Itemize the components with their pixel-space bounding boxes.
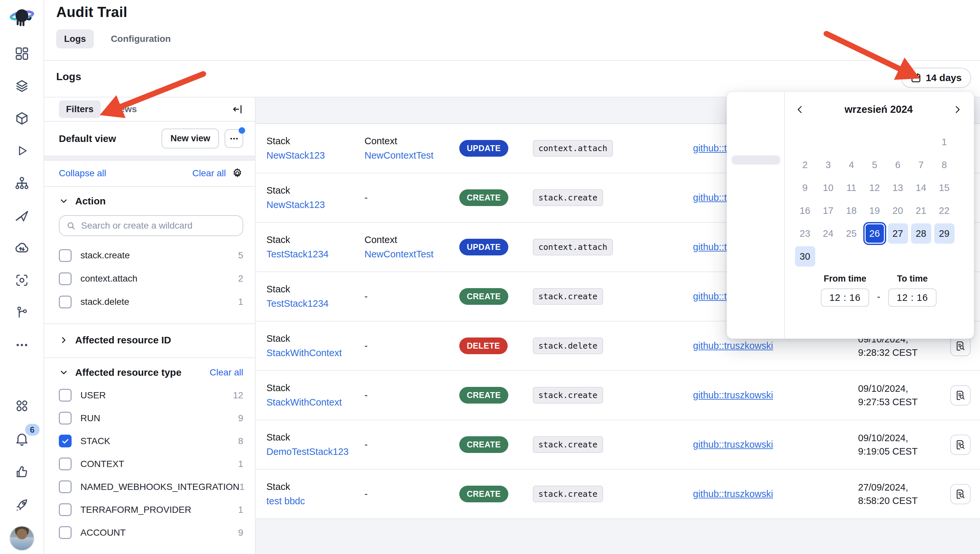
chevron-right-icon[interactable] bbox=[951, 103, 964, 116]
clear-all-link[interactable]: Clear all bbox=[210, 367, 243, 378]
calendar-day[interactable]: 29 bbox=[934, 223, 955, 244]
sidebar-item-spaces[interactable] bbox=[0, 167, 44, 199]
new-view-button[interactable]: New view bbox=[161, 129, 219, 148]
checkbox[interactable] bbox=[59, 272, 72, 285]
resource-link[interactable]: StackWithContext bbox=[266, 348, 364, 358]
gear-icon[interactable] bbox=[231, 167, 243, 179]
sidebar-item-worker-pools[interactable] bbox=[0, 199, 44, 232]
filter-option-row[interactable]: CONTEXT 1 bbox=[59, 453, 243, 476]
calendar-day[interactable]: 21 bbox=[911, 201, 931, 221]
resource-link[interactable]: NewContextTest bbox=[364, 249, 459, 259]
filter-option-row[interactable]: stack.create 5 bbox=[59, 244, 243, 267]
view-log-button[interactable] bbox=[950, 484, 970, 504]
sidebar-item-more[interactable] bbox=[0, 329, 44, 361]
calendar-day[interactable]: 11 bbox=[842, 178, 862, 198]
filter-option-row[interactable]: USER 12 bbox=[59, 384, 243, 407]
clear-all-link[interactable]: Clear all bbox=[192, 168, 226, 178]
tab-configuration[interactable]: Configuration bbox=[103, 29, 179, 48]
calendar-day[interactable]: 9 bbox=[795, 178, 815, 198]
spacelift-logo[interactable] bbox=[9, 5, 35, 30]
calendar-day[interactable]: 17 bbox=[818, 201, 838, 221]
calendar-day[interactable]: 6 bbox=[888, 155, 908, 175]
calendar-day[interactable]: 28 bbox=[911, 223, 931, 244]
calendar-day[interactable]: 12 bbox=[865, 178, 885, 198]
sidebar-item-runs[interactable] bbox=[0, 134, 44, 167]
created-by-link[interactable]: github::truszkowski bbox=[693, 341, 773, 351]
collapse-panel-icon[interactable] bbox=[231, 103, 243, 115]
sidebar-item-apps[interactable] bbox=[0, 389, 44, 422]
filter-option-row[interactable]: TERRAFORM_PROVIDER 1 bbox=[59, 498, 243, 521]
calendar-day[interactable]: 25 bbox=[842, 223, 862, 244]
calendar-day[interactable]: 26 bbox=[865, 223, 885, 244]
filter-option-row[interactable]: stack.delete 1 bbox=[59, 290, 243, 314]
filter-option-row[interactable]: context.attach 2 bbox=[59, 267, 243, 290]
date-range-button[interactable]: 14 days bbox=[901, 68, 971, 88]
calendar-day[interactable]: 30 bbox=[795, 246, 815, 266]
filter-option-row[interactable]: ACCOUNT 9 bbox=[59, 521, 243, 544]
action-search-input[interactable] bbox=[81, 220, 236, 231]
view-menu-button[interactable] bbox=[224, 129, 243, 148]
to-time-input[interactable] bbox=[888, 288, 937, 307]
resource-link[interactable]: TestStack1234 bbox=[266, 249, 364, 259]
range-preset[interactable] bbox=[732, 115, 780, 124]
sidebar-item-blueprints[interactable] bbox=[0, 102, 44, 134]
tab-views[interactable]: Views bbox=[104, 100, 144, 118]
calendar-day[interactable]: 2 bbox=[795, 155, 815, 175]
range-preset[interactable] bbox=[732, 129, 780, 138]
filter-option-row[interactable]: STACK 8 bbox=[59, 430, 243, 453]
calendar-day[interactable]: 27 bbox=[888, 223, 908, 244]
checkbox[interactable] bbox=[59, 249, 72, 262]
chevron-left-icon[interactable] bbox=[793, 103, 807, 116]
filter-option-row[interactable]: NAMED_WEBHOOKS_INTEGRATION 1 bbox=[59, 476, 243, 498]
created-by-link[interactable]: github::truszkowski bbox=[693, 439, 773, 450]
collapse-all-link[interactable]: Collapse all bbox=[59, 168, 106, 178]
calendar-day[interactable]: 10 bbox=[818, 178, 838, 198]
tab-logs[interactable]: Logs bbox=[56, 29, 94, 48]
checkbox[interactable] bbox=[59, 457, 72, 470]
range-preset[interactable] bbox=[732, 142, 780, 151]
resource-link[interactable]: NewContextTest bbox=[364, 150, 459, 161]
calendar-day[interactable]: 1 bbox=[934, 132, 955, 152]
checkbox[interactable] bbox=[59, 296, 72, 309]
created-by-link[interactable]: github::truszkowski bbox=[693, 390, 773, 400]
calendar-day[interactable]: 20 bbox=[888, 201, 908, 221]
range-preset[interactable] bbox=[732, 169, 780, 178]
checkbox[interactable] bbox=[59, 412, 72, 425]
resource-link[interactable]: DemoTestStack123 bbox=[266, 446, 364, 457]
tab-filters[interactable]: Filters bbox=[59, 100, 101, 118]
sidebar-item-stacks[interactable] bbox=[0, 70, 44, 102]
calendar-day[interactable]: 16 bbox=[795, 201, 815, 221]
calendar-day[interactable]: 24 bbox=[818, 223, 838, 244]
calendar-day[interactable]: 18 bbox=[842, 201, 862, 221]
calendar-day[interactable]: 14 bbox=[911, 178, 931, 198]
resource-id-section-header[interactable]: Affected resource ID bbox=[59, 334, 243, 345]
action-section-header[interactable]: Action bbox=[59, 196, 243, 207]
resource-type-section-header[interactable]: Affected resource type Clear all bbox=[59, 367, 243, 378]
calendar-day[interactable]: 22 bbox=[934, 201, 955, 221]
calendar-day[interactable]: 19 bbox=[865, 201, 885, 221]
calendar-day[interactable]: 8 bbox=[934, 155, 955, 175]
created-by-link[interactable]: github::truszkowski bbox=[693, 489, 773, 499]
view-log-button[interactable] bbox=[950, 435, 970, 455]
view-log-button[interactable] bbox=[950, 385, 970, 406]
calendar-day[interactable]: 3 bbox=[818, 155, 838, 175]
calendar-day[interactable]: 7 bbox=[911, 155, 931, 175]
sidebar-item-source-code[interactable] bbox=[0, 296, 44, 329]
user-avatar[interactable] bbox=[10, 526, 34, 551]
range-preset[interactable] bbox=[732, 102, 780, 111]
calendar-day[interactable]: 4 bbox=[842, 155, 862, 175]
sidebar-item-resources[interactable] bbox=[0, 264, 44, 296]
checkbox[interactable] bbox=[59, 481, 72, 493]
sidebar-item-feedback[interactable] bbox=[0, 455, 44, 488]
checkbox[interactable] bbox=[59, 526, 72, 539]
sidebar-item-dashboard[interactable] bbox=[0, 37, 44, 70]
sidebar-item-cloud-integrations[interactable] bbox=[0, 232, 44, 264]
sidebar-item-launchpad[interactable] bbox=[0, 488, 44, 521]
calendar-day[interactable]: 5 bbox=[865, 155, 885, 175]
resource-link[interactable]: NewStack123 bbox=[266, 199, 364, 210]
resource-link[interactable]: StackWithContext bbox=[266, 397, 364, 408]
calendar-day[interactable]: 23 bbox=[795, 223, 815, 244]
calendar-day[interactable]: 15 bbox=[934, 178, 955, 198]
resource-link[interactable]: NewStack123 bbox=[266, 150, 364, 161]
checkbox[interactable] bbox=[59, 503, 72, 516]
